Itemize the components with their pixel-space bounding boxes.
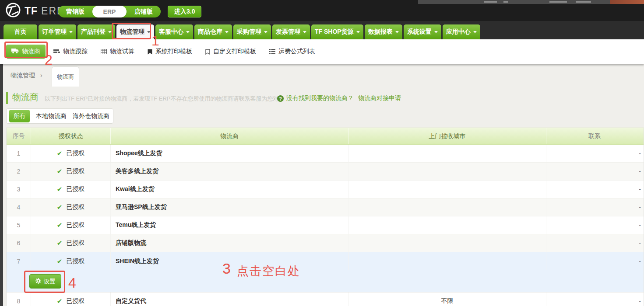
submenu-item-freight-formula-list[interactable]: 运费公式列表 <box>269 48 315 56</box>
check-icon: ✔ <box>57 239 63 247</box>
submenu-item-custom-print-template[interactable]: 自定义打印模板 <box>205 48 256 56</box>
pickup-city <box>348 252 546 270</box>
window-strip-accent <box>610 0 644 4</box>
chevron-down-icon <box>186 31 190 35</box>
check-icon: ✔ <box>57 221 63 229</box>
auth-status-label: 已授权 <box>66 297 84 305</box>
filter-tab-local[interactable]: 本地物流商 <box>36 112 67 120</box>
title-accent-bar <box>6 92 8 104</box>
bookmark-filled-icon <box>148 49 152 55</box>
breadcrumb-current-tab[interactable]: 物流商 <box>52 66 79 87</box>
bookmark-outline-icon <box>205 49 210 55</box>
nav-label: 数据报表 <box>368 28 393 36</box>
help-question-link[interactable]: 没有找到我要的物流商？ <box>286 94 354 102</box>
filter-tab-overseas[interactable]: 海外仓物流商 <box>73 112 109 120</box>
submenu-item-trial-calc[interactable]: 物流试算 <box>101 48 134 56</box>
chevron-down-icon <box>264 31 267 35</box>
nav-tab-purchase[interactable]: 采购管理 <box>233 24 271 39</box>
nav-tab-reports[interactable]: 数据报表 <box>365 24 402 39</box>
version-tab-erp[interactable]: ERP <box>92 6 127 17</box>
nav-label: 订单管理 <box>42 28 67 36</box>
table-row[interactable]: 1 ✔ 已授权 Shopee线上发货 - <box>7 145 644 163</box>
version-tab-marketing[interactable]: 营销版 <box>58 6 92 17</box>
page-title: 物流商 <box>12 91 39 103</box>
contact-cell: - <box>546 198 644 216</box>
pickup-city <box>348 181 546 198</box>
submenu-label: 物流商 <box>22 48 40 56</box>
auth-status-label: 已授权 <box>66 185 84 193</box>
nav-tab-appcenter[interactable]: 应用中心 <box>443 24 480 39</box>
enter-3-0-button[interactable]: 进入3.0 <box>168 6 201 17</box>
top-header: TF ERP 营销版 ERP 店铺版 进入3.0 <box>0 0 644 21</box>
breadcrumb-separator-icon: › <box>40 72 42 79</box>
table-row[interactable]: 5 ✔ 已授权 Temu线上发货 - <box>7 216 644 234</box>
auth-status-label: 已授权 <box>66 239 84 247</box>
check-icon: ✔ <box>57 203 63 211</box>
nav-tab-warehouse[interactable]: 商品仓库 <box>194 24 232 39</box>
row-number: 2 <box>7 163 31 180</box>
carrier-name: 自定义货代 <box>111 292 348 306</box>
auth-status-label: 已授权 <box>66 150 84 157</box>
nav-tab-tfshop[interactable]: TF SHOP货源 <box>311 24 363 39</box>
nav-tab-logistics[interactable]: 物流管理 <box>116 24 154 39</box>
submenu-item-system-print-template[interactable]: 系统打印模板 <box>148 48 192 56</box>
nav-label: 物流管理 <box>120 28 144 36</box>
col-header-pickup-city: 上门揽收城市 <box>348 128 546 144</box>
nav-label: 采购管理 <box>237 28 261 36</box>
submenu-label: 物流跟踪 <box>63 48 88 56</box>
table-row[interactable]: 8 ✔ 已授权 自定义货代 不限 - <box>7 292 644 306</box>
contact-cell: - <box>546 252 644 270</box>
question-circle-icon: ? <box>277 95 284 102</box>
nav-tab-listing[interactable]: 产品刊登 <box>77 24 115 39</box>
carrier-apply-link[interactable]: 物流商对接申请 <box>358 94 401 102</box>
tracking-icon <box>53 49 60 54</box>
list-icon <box>269 49 275 54</box>
check-icon: ✔ <box>57 185 63 193</box>
table-header: 序号 授权状态 物流商 上门揽收城市 联系 <box>7 128 644 145</box>
breadcrumb-parent[interactable]: 物流管理 <box>11 72 35 79</box>
chevron-down-icon <box>69 31 73 35</box>
carrier-name: Shopee线上发货 <box>111 145 348 162</box>
nav-tab-invoice[interactable]: 发票管理 <box>272 24 310 39</box>
submenu-item-tracking[interactable]: 物流跟踪 <box>53 48 88 56</box>
submenu-label: 物流试算 <box>110 48 134 56</box>
row-number: 1 <box>7 145 31 162</box>
table-row[interactable]: 7 ✔ 已授权 SHEIN线上发货 - <box>7 252 644 270</box>
nav-tab-settings[interactable]: 系统设置 <box>404 24 441 39</box>
check-icon: ✔ <box>57 297 63 305</box>
chevron-down-icon <box>147 31 151 35</box>
pickup-city <box>348 145 546 162</box>
window-strip-mark <box>549 1 567 3</box>
chevron-down-icon <box>108 31 112 35</box>
nav-label: 产品刊登 <box>81 28 106 36</box>
carrier-name: 美客多线上发货 <box>111 163 348 180</box>
settings-button[interactable]: 设置 <box>29 274 61 289</box>
chevron-down-icon <box>225 31 229 35</box>
table-row[interactable]: 2 ✔ 已授权 美客多线上发货 - <box>7 163 644 181</box>
nav-label: 应用中心 <box>446 28 471 36</box>
nav-tab-orders[interactable]: 订单管理 <box>39 24 76 39</box>
grid-icon <box>101 49 107 54</box>
chevron-down-icon <box>303 31 306 35</box>
check-icon: ✔ <box>57 167 63 175</box>
carriers-table: 序号 授权状态 物流商 上门揽收城市 联系 1 ✔ 已授权 Shopee线上发货… <box>6 128 644 306</box>
filter-tab-all[interactable]: 所有 <box>9 110 30 122</box>
row-number: 7 <box>7 252 31 270</box>
version-tab-shop[interactable]: 店铺版 <box>127 6 161 17</box>
brand: TF ERP <box>5 2 64 20</box>
table-row[interactable]: 3 ✔ 已授权 Kwai线上发货 - <box>7 181 644 198</box>
row-number: 6 <box>7 234 31 252</box>
row-number: 5 <box>7 216 31 234</box>
nav-label: TF SHOP货源 <box>315 28 354 36</box>
nav-tab-service[interactable]: 客服中心 <box>155 24 193 39</box>
breadcrumb: 物流管理 › <box>11 72 42 80</box>
nav-tab-home[interactable]: 首页 <box>4 24 37 39</box>
carrier-name: Temu线上发货 <box>111 216 348 234</box>
submenu-item-carriers[interactable]: 物流商 <box>6 45 46 59</box>
auth-status-label: 已授权 <box>66 167 84 175</box>
overlapping-window-strip <box>418 0 644 4</box>
table-row[interactable]: 4 ✔ 已授权 亚马逊SP线上发货 - <box>7 198 644 216</box>
expanded-row-panel[interactable]: 设置 <box>7 270 644 292</box>
table-row[interactable]: 6 ✔ 已授权 店铺版物流 - <box>7 234 644 252</box>
contact-cell: - <box>546 181 644 198</box>
